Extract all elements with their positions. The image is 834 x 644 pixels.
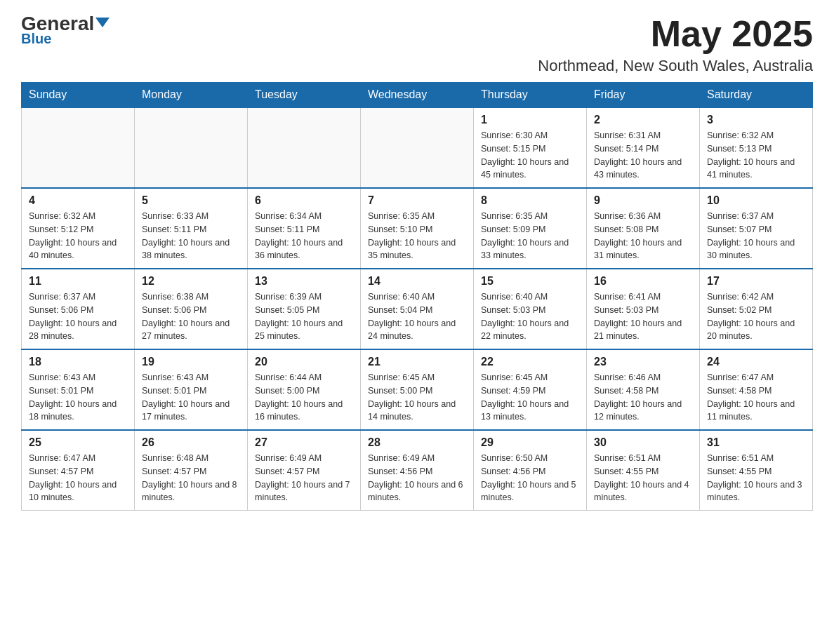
day-info: Sunrise: 6:47 AMSunset: 4:58 PMDaylight:… — [707, 371, 805, 424]
day-number: 7 — [368, 194, 466, 207]
column-header-thursday: Thursday — [474, 83, 587, 108]
day-info: Sunrise: 6:40 AMSunset: 5:03 PMDaylight:… — [481, 290, 579, 343]
day-info: Sunrise: 6:39 AMSunset: 5:05 PMDaylight:… — [255, 290, 353, 343]
day-number: 20 — [255, 356, 353, 368]
day-number: 12 — [142, 275, 240, 288]
day-number: 31 — [707, 436, 805, 449]
day-number: 27 — [255, 436, 353, 449]
column-header-monday: Monday — [135, 83, 248, 108]
calendar-cell: 16Sunrise: 6:41 AMSunset: 5:03 PMDayligh… — [587, 269, 700, 349]
day-number: 1 — [481, 114, 579, 126]
day-info: Sunrise: 6:33 AMSunset: 5:11 PMDaylight:… — [142, 210, 240, 262]
day-info: Sunrise: 6:42 AMSunset: 5:02 PMDaylight:… — [707, 290, 805, 343]
calendar-cell: 21Sunrise: 6:45 AMSunset: 5:00 PMDayligh… — [361, 349, 474, 430]
day-number: 2 — [594, 114, 692, 126]
calendar-table: SundayMondayTuesdayWednesdayThursdayFrid… — [21, 82, 813, 511]
column-header-saturday: Saturday — [700, 83, 813, 108]
day-info: Sunrise: 6:31 AMSunset: 5:14 PMDaylight:… — [594, 129, 692, 182]
day-number: 10 — [707, 194, 805, 207]
day-number: 29 — [481, 436, 579, 449]
calendar-cell — [248, 107, 361, 188]
day-info: Sunrise: 6:50 AMSunset: 4:56 PMDaylight:… — [481, 452, 579, 504]
day-info: Sunrise: 6:32 AMSunset: 5:13 PMDaylight:… — [707, 129, 805, 182]
day-info: Sunrise: 6:49 AMSunset: 4:56 PMDaylight:… — [368, 452, 466, 504]
calendar-header-row: SundayMondayTuesdayWednesdayThursdayFrid… — [22, 83, 813, 108]
day-info: Sunrise: 6:37 AMSunset: 5:06 PMDaylight:… — [29, 290, 127, 343]
day-number: 15 — [481, 275, 579, 288]
day-info: Sunrise: 6:38 AMSunset: 5:06 PMDaylight:… — [142, 290, 240, 343]
day-number: 25 — [29, 436, 127, 449]
day-info: Sunrise: 6:49 AMSunset: 4:57 PMDaylight:… — [255, 452, 353, 504]
day-number: 30 — [594, 436, 692, 449]
day-info: Sunrise: 6:32 AMSunset: 5:12 PMDaylight:… — [29, 210, 127, 262]
day-number: 8 — [481, 194, 579, 207]
week-row-3: 11Sunrise: 6:37 AMSunset: 5:06 PMDayligh… — [22, 269, 813, 349]
day-info: Sunrise: 6:45 AMSunset: 5:00 PMDaylight:… — [368, 371, 466, 424]
day-info: Sunrise: 6:41 AMSunset: 5:03 PMDaylight:… — [594, 290, 692, 343]
day-number: 21 — [368, 356, 466, 368]
day-info: Sunrise: 6:43 AMSunset: 5:01 PMDaylight:… — [29, 371, 127, 424]
calendar-cell: 27Sunrise: 6:49 AMSunset: 4:57 PMDayligh… — [248, 430, 361, 511]
calendar-cell: 7Sunrise: 6:35 AMSunset: 5:10 PMDaylight… — [361, 188, 474, 269]
day-info: Sunrise: 6:36 AMSunset: 5:08 PMDaylight:… — [594, 210, 692, 262]
calendar-cell: 3Sunrise: 6:32 AMSunset: 5:13 PMDaylight… — [700, 107, 813, 188]
column-header-tuesday: Tuesday — [248, 83, 361, 108]
day-number: 11 — [29, 275, 127, 288]
logo-blue: Blue — [21, 31, 51, 47]
calendar-cell: 18Sunrise: 6:43 AMSunset: 5:01 PMDayligh… — [22, 349, 135, 430]
day-info: Sunrise: 6:37 AMSunset: 5:07 PMDaylight:… — [707, 210, 805, 262]
calendar-cell: 6Sunrise: 6:34 AMSunset: 5:11 PMDaylight… — [248, 188, 361, 269]
day-number: 3 — [707, 114, 805, 126]
day-number: 9 — [594, 194, 692, 207]
day-info: Sunrise: 6:47 AMSunset: 4:57 PMDaylight:… — [29, 452, 127, 504]
calendar-cell: 15Sunrise: 6:40 AMSunset: 5:03 PMDayligh… — [474, 269, 587, 349]
location-title: Northmead, New South Wales, Australia — [538, 57, 813, 75]
logo-triangle-icon — [95, 18, 110, 27]
calendar-cell: 19Sunrise: 6:43 AMSunset: 5:01 PMDayligh… — [135, 349, 248, 430]
week-row-1: 1Sunrise: 6:30 AMSunset: 5:15 PMDaylight… — [22, 107, 813, 188]
day-info: Sunrise: 6:35 AMSunset: 5:10 PMDaylight:… — [368, 210, 466, 262]
calendar-cell: 23Sunrise: 6:46 AMSunset: 4:58 PMDayligh… — [587, 349, 700, 430]
day-number: 13 — [255, 275, 353, 288]
day-info: Sunrise: 6:34 AMSunset: 5:11 PMDaylight:… — [255, 210, 353, 262]
day-number: 16 — [594, 275, 692, 288]
calendar-cell: 24Sunrise: 6:47 AMSunset: 4:58 PMDayligh… — [700, 349, 813, 430]
column-header-sunday: Sunday — [22, 83, 135, 108]
calendar-cell: 25Sunrise: 6:47 AMSunset: 4:57 PMDayligh… — [22, 430, 135, 511]
day-number: 23 — [594, 356, 692, 368]
calendar-cell: 20Sunrise: 6:44 AMSunset: 5:00 PMDayligh… — [248, 349, 361, 430]
day-number: 24 — [707, 356, 805, 368]
calendar-cell: 5Sunrise: 6:33 AMSunset: 5:11 PMDaylight… — [135, 188, 248, 269]
logo: General Blue — [21, 14, 110, 47]
day-info: Sunrise: 6:40 AMSunset: 5:04 PMDaylight:… — [368, 290, 466, 343]
title-area: May 2025 Northmead, New South Wales, Aus… — [538, 14, 813, 75]
calendar-cell: 22Sunrise: 6:45 AMSunset: 4:59 PMDayligh… — [474, 349, 587, 430]
day-number: 22 — [481, 356, 579, 368]
day-number: 19 — [142, 356, 240, 368]
calendar-cell — [135, 107, 248, 188]
calendar-cell: 13Sunrise: 6:39 AMSunset: 5:05 PMDayligh… — [248, 269, 361, 349]
calendar-cell: 26Sunrise: 6:48 AMSunset: 4:57 PMDayligh… — [135, 430, 248, 511]
calendar-cell: 2Sunrise: 6:31 AMSunset: 5:14 PMDaylight… — [587, 107, 700, 188]
calendar-cell — [361, 107, 474, 188]
calendar-cell: 4Sunrise: 6:32 AMSunset: 5:12 PMDaylight… — [22, 188, 135, 269]
week-row-5: 25Sunrise: 6:47 AMSunset: 4:57 PMDayligh… — [22, 430, 813, 511]
day-number: 28 — [368, 436, 466, 449]
page-header: General Blue May 2025 Northmead, New Sou… — [21, 14, 813, 75]
day-info: Sunrise: 6:43 AMSunset: 5:01 PMDaylight:… — [142, 371, 240, 424]
calendar-cell: 10Sunrise: 6:37 AMSunset: 5:07 PMDayligh… — [700, 188, 813, 269]
day-info: Sunrise: 6:51 AMSunset: 4:55 PMDaylight:… — [707, 452, 805, 504]
day-info: Sunrise: 6:51 AMSunset: 4:55 PMDaylight:… — [594, 452, 692, 504]
column-header-wednesday: Wednesday — [361, 83, 474, 108]
calendar-cell: 14Sunrise: 6:40 AMSunset: 5:04 PMDayligh… — [361, 269, 474, 349]
day-info: Sunrise: 6:46 AMSunset: 4:58 PMDaylight:… — [594, 371, 692, 424]
day-info: Sunrise: 6:44 AMSunset: 5:00 PMDaylight:… — [255, 371, 353, 424]
calendar-cell: 31Sunrise: 6:51 AMSunset: 4:55 PMDayligh… — [700, 430, 813, 511]
day-number: 18 — [29, 356, 127, 368]
calendar-cell: 29Sunrise: 6:50 AMSunset: 4:56 PMDayligh… — [474, 430, 587, 511]
day-info: Sunrise: 6:45 AMSunset: 4:59 PMDaylight:… — [481, 371, 579, 424]
week-row-4: 18Sunrise: 6:43 AMSunset: 5:01 PMDayligh… — [22, 349, 813, 430]
calendar-cell: 1Sunrise: 6:30 AMSunset: 5:15 PMDaylight… — [474, 107, 587, 188]
day-info: Sunrise: 6:30 AMSunset: 5:15 PMDaylight:… — [481, 129, 579, 182]
day-number: 6 — [255, 194, 353, 207]
